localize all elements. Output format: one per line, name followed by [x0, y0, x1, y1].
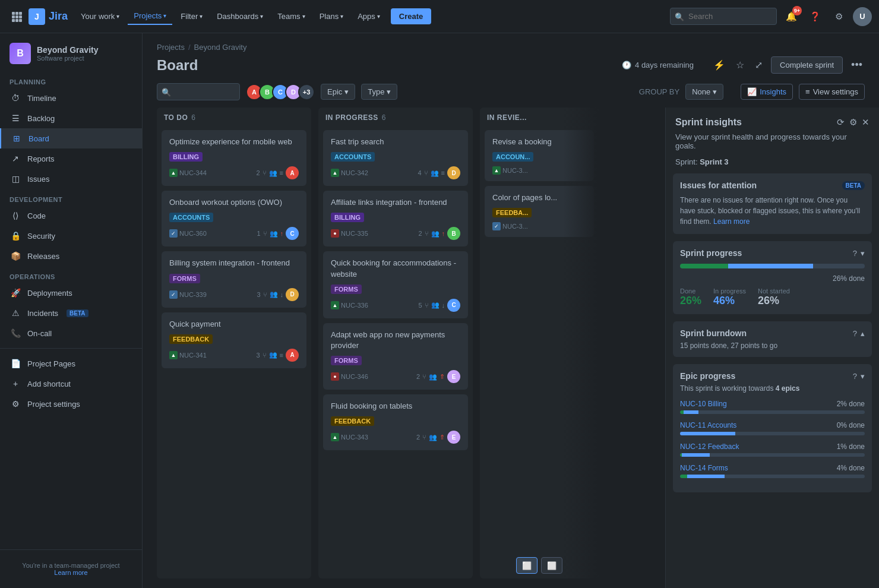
- type-filter-button[interactable]: Type ▾: [361, 84, 397, 100]
- card-nuc360[interactable]: Onboard workout options (OWO) ACCOUNTS ✓…: [162, 191, 306, 246]
- avatar-more[interactable]: +3: [298, 84, 315, 100]
- stat-inprogress-label: In progress: [713, 287, 746, 295]
- epic-bar-progress: [680, 432, 735, 435]
- insights-button[interactable]: 📈 Insights: [741, 84, 793, 100]
- epic-link-forms[interactable]: NUC-14 Forms: [680, 464, 728, 472]
- card-nuc342[interactable]: Fast trip search ACCOUNTS ▲ NUC-342: [323, 130, 468, 186]
- nav-filter[interactable]: Filter ▾: [175, 8, 208, 24]
- sidebar-item-oncall[interactable]: 📞 On-call: [0, 323, 142, 343]
- create-button[interactable]: Create: [391, 8, 431, 24]
- card-nuc346[interactable]: Adapt web app no new payments provider F…: [323, 323, 468, 390]
- card-footer: ● NUC-335 2 ⑂ 👥 ↑ B: [331, 227, 460, 240]
- sidebar-item-incidents[interactable]: ⚠ Incidents BETA: [0, 303, 142, 323]
- card-nuc336[interactable]: Quick booking for accommodations - websi…: [323, 251, 468, 318]
- epic-bar-forms: [680, 475, 865, 478]
- priority-icon: ⇑: [440, 373, 445, 381]
- epic-item-forms: NUC-14 Forms 4% done: [680, 464, 865, 478]
- type-label: Type: [368, 87, 384, 96]
- breadcrumb-projects[interactable]: Projects: [157, 43, 185, 52]
- stat-done-label: Done: [680, 287, 701, 295]
- card-title: Fast trip search: [331, 137, 460, 147]
- sidebar-item-deployments[interactable]: 🚀 Deployments: [0, 283, 142, 303]
- stat-inprogress: In progress 46%: [713, 287, 746, 307]
- sidebar-item-board[interactable]: ⊞ Board: [0, 128, 142, 148]
- security-icon: 🔒: [10, 230, 21, 242]
- sidebar-item-label: Deployments: [27, 289, 72, 298]
- help-icon[interactable]: ?: [853, 329, 857, 338]
- bug-icon: ●: [331, 229, 339, 238]
- group-none-button[interactable]: None ▾: [685, 84, 723, 100]
- sidebar-item-label: Incidents: [27, 309, 58, 318]
- card-nuc335[interactable]: Affiliate links integration - frontend B…: [323, 191, 468, 246]
- expand-icon[interactable]: ▴: [861, 329, 865, 338]
- epic-link-feedback[interactable]: NUC-12 Feedback: [680, 442, 739, 451]
- nav-plans[interactable]: Plans ▾: [314, 8, 350, 24]
- page-btn-1[interactable]: ⬜: [516, 557, 537, 574]
- more-options-button[interactable]: •••: [849, 56, 865, 74]
- column-inprogress-count: 6: [382, 113, 386, 122]
- branch-icon: ⑂: [263, 230, 267, 237]
- close-icon[interactable]: ✕: [862, 117, 869, 128]
- epic-pct-billing: 2% done: [837, 400, 865, 408]
- lightning-button[interactable]: ⚡: [711, 57, 728, 73]
- burndown-header: Sprint burndown ? ▴: [680, 328, 865, 338]
- nav-your-work[interactable]: Your work ▾: [75, 8, 125, 24]
- learn-more-link[interactable]: Learn more: [713, 217, 750, 226]
- sidebar-footer: You're in a team-managed project Learn m…: [0, 557, 142, 581]
- sidebar-item-issues[interactable]: ◫ Issues: [0, 169, 142, 189]
- card-nuc344[interactable]: Optimize experience for mobile web BILLI…: [162, 130, 306, 186]
- sidebar-item-security[interactable]: 🔒 Security: [0, 226, 142, 246]
- notifications-button[interactable]: 🔔 9+: [782, 7, 801, 26]
- epic-filter-button[interactable]: Epic ▾: [321, 84, 355, 100]
- chevron-icon: ▾: [340, 13, 343, 20]
- card-id: ▲ NUC-341: [169, 351, 207, 359]
- story-icon: ▲: [169, 169, 178, 177]
- tag-forms: FORMS: [331, 356, 362, 365]
- grid-menu-button[interactable]: [7, 7, 26, 26]
- panel-settings-icon[interactable]: ⚙: [849, 117, 857, 128]
- search-input[interactable]: [670, 8, 777, 25]
- beta-badge: BETA: [67, 309, 88, 317]
- settings-button[interactable]: ⚙: [829, 7, 848, 26]
- issue-id: NUC-339: [179, 291, 207, 298]
- help-icon[interactable]: ?: [853, 372, 857, 381]
- nav-projects[interactable]: Projects ▾: [128, 8, 172, 25]
- epic-label: Epic: [327, 87, 342, 96]
- sidebar-item-label: Add shortcut: [27, 380, 71, 388]
- user-avatar[interactable]: U: [853, 7, 872, 26]
- collapse-icon[interactable]: ▾: [861, 372, 865, 381]
- sidebar-item-add-shortcut[interactable]: + Add shortcut: [0, 374, 142, 394]
- jira-logo[interactable]: J Jira: [29, 8, 68, 25]
- sidebar-item-backlog[interactable]: ☰ Backlog: [0, 108, 142, 128]
- sidebar-item-code[interactable]: ⟨⟩ Code: [0, 206, 142, 226]
- svg-rect-5: [19, 15, 22, 18]
- view-settings-button[interactable]: ≡ View settings: [799, 84, 865, 100]
- sidebar-item-reports[interactable]: ↗ Reports: [0, 148, 142, 169]
- sidebar-item-releases[interactable]: 📦 Releases: [0, 246, 142, 266]
- help-icon[interactable]: ?: [853, 249, 857, 258]
- epic-link-billing[interactable]: NUC-10 Billing: [680, 400, 727, 408]
- sidebar-item-project-pages[interactable]: 📄 Project Pages: [0, 353, 142, 374]
- nav-dashboards[interactable]: Dashboards ▾: [211, 8, 269, 24]
- star-button[interactable]: ☆: [733, 57, 747, 73]
- breadcrumb-project[interactable]: Beyond Gravity: [194, 43, 247, 52]
- refresh-icon[interactable]: ⟳: [837, 117, 845, 128]
- card-revise-booking[interactable]: Revise a booking ACCOUN... ▲ NUC-3...: [485, 130, 594, 181]
- card-nuc343[interactable]: Fluid booking on tablets FEEDBACK ▲ NUC-…: [323, 394, 468, 450]
- fullscreen-button[interactable]: ⤢: [752, 57, 765, 73]
- collapse-icon[interactable]: ▾: [861, 249, 865, 258]
- help-button[interactable]: ❓: [805, 7, 824, 26]
- nav-apps[interactable]: Apps ▾: [352, 8, 386, 24]
- card-color-pages[interactable]: Color of pages lo... FEEDBA... ✓ NUC-3..…: [485, 186, 594, 237]
- complete-sprint-button[interactable]: Complete sprint: [771, 56, 843, 74]
- nav-teams[interactable]: Teams ▾: [271, 8, 311, 24]
- sidebar-item-project-settings[interactable]: ⚙ Project settings: [0, 394, 142, 414]
- page-btn-2[interactable]: ⬜: [541, 557, 562, 574]
- learn-more-link[interactable]: Learn more: [54, 569, 87, 576]
- card-nuc339[interactable]: Billing system integration - frontend FO…: [162, 251, 306, 307]
- epic-link-accounts[interactable]: NUC-11 Accounts: [680, 421, 736, 429]
- app-body: B Beyond Gravity Software project PLANNI…: [0, 33, 879, 588]
- bug-icon: ●: [331, 372, 339, 381]
- sidebar-item-timeline[interactable]: ⏱ Timeline: [0, 88, 142, 108]
- card-nuc341[interactable]: Quick payment FEEDBACK ▲ NUC-341 3: [162, 312, 306, 368]
